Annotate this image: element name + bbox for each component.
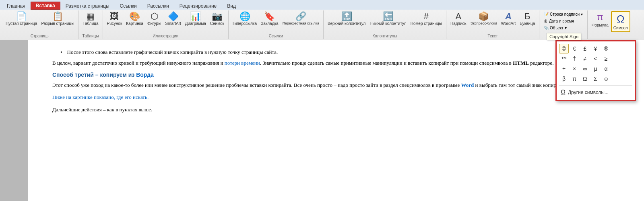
textbox-label: Надпись — [450, 21, 466, 26]
table-button[interactable]: ▦ Таблица — [81, 11, 100, 27]
symbol-empty3 — [612, 54, 621, 64]
blank-page-button[interactable]: 📄 Пустая страница — [4, 11, 39, 27]
tab-insert[interactable]: Вставка — [31, 2, 60, 10]
symbol-pound[interactable]: £ — [580, 44, 590, 53]
tab-mailings[interactable]: Рассылки — [142, 2, 174, 10]
symbol-notequal[interactable]: ≠ — [580, 54, 590, 64]
date-time-button[interactable]: 🗓 Дата и время — [542, 18, 576, 24]
bookmark-icon: 🔖 — [264, 12, 275, 21]
textbox-icon: A — [456, 12, 462, 21]
chart-label: Диаграмма — [185, 21, 206, 26]
symbol-smiley[interactable]: ☺ — [601, 74, 611, 84]
object-button[interactable]: 📎 Объект ▾ — [542, 25, 569, 31]
textbox-button[interactable]: A Надпись — [449, 11, 468, 27]
symbol-empty8 — [622, 74, 632, 84]
symbol-divider — [559, 85, 632, 86]
bookmark-button[interactable]: 🔖 Закладка — [259, 11, 280, 27]
pages-items: 📄 Пустая страница 📋 Разрыв страницы — [4, 11, 76, 34]
symbols-items: π Формула Ω Символ — [590, 11, 630, 38]
symbol-sigma[interactable]: Σ — [590, 74, 600, 84]
links-items: 🌐 Гиперссылка 🔖 Закладка 🔗 Перекрестная … — [231, 11, 321, 34]
heading-link: Ворда — [136, 72, 154, 78]
chart-icon: 📊 — [190, 12, 201, 21]
wordart-button[interactable]: A WordArt — [500, 11, 518, 27]
footer-button[interactable]: 🔚 Нижний колонтитул — [368, 11, 408, 27]
symbol-times[interactable]: × — [570, 64, 579, 74]
ribbon-group-symbols: π Формула Ω Символ — [588, 10, 633, 39]
tab-home[interactable]: Главная — [2, 2, 31, 10]
page-break-button[interactable]: 📋 Разрыв страницы — [39, 11, 76, 27]
paragraph-3: Дальнейшие действия – как в пунктах выше… — [52, 106, 620, 114]
dropcap-button[interactable]: Б Буквица — [518, 11, 537, 27]
hyperlink-button[interactable]: 🌐 Гиперссылка — [231, 11, 258, 27]
hyperlink-icon: 🌐 — [239, 12, 250, 21]
formula-button[interactable]: π Формула — [590, 11, 610, 29]
screenshot-button[interactable]: 📷 Снимок — [208, 11, 226, 27]
symbol-euro[interactable]: € — [570, 44, 579, 53]
header-icon: 🔝 — [341, 12, 352, 21]
paragraph-2: Этот способ уже поход на какое-то более … — [52, 81, 620, 90]
clip-art-label: Картинка — [126, 21, 143, 26]
header-label: Верхний колонтитул — [328, 21, 366, 26]
formula-label: Формула — [592, 23, 609, 28]
blank-page-label: Пустая страница — [6, 21, 37, 26]
symbol-yen[interactable]: ¥ — [590, 44, 600, 53]
quick-parts-icon: 📦 — [478, 12, 489, 21]
symbol-divide[interactable]: ÷ — [559, 64, 569, 74]
symbol-pi[interactable]: π — [570, 74, 579, 84]
main-area: • После этого снова вставляете графическ… — [0, 40, 644, 201]
shapes-button[interactable]: ⬡ Фигуры — [146, 11, 163, 27]
symbol-alpha[interactable]: α — [601, 64, 611, 74]
smartart-button[interactable]: 🔷 SmartArt — [163, 11, 182, 27]
para1-bold: HTML — [513, 60, 529, 66]
more-symbols-label: Другие символы... — [568, 90, 609, 95]
tab-view[interactable]: Вид — [222, 2, 241, 10]
tables-group-label: Таблицы — [83, 34, 99, 39]
symbol-omega[interactable]: Ω — [580, 74, 590, 84]
cross-reference-button[interactable]: 🔗 Перекрестная ссылка — [281, 11, 321, 27]
ribbon-group-text: A Надпись 📦 Экспресс-блоки A WordArt Б Б… — [446, 10, 539, 39]
page-break-label: Разрыв страницы — [41, 21, 74, 26]
header-button[interactable]: 🔝 Верхний колонтитул — [326, 11, 367, 27]
picture-icon: 🖼 — [110, 12, 119, 21]
symbol-less[interactable]: < — [590, 54, 600, 64]
signature-line-button[interactable]: 📝 Строка подписи ▾ — [542, 11, 585, 17]
chart-button[interactable]: 📊 Диаграмма — [184, 11, 208, 27]
symbol-trademark[interactable]: ™ — [559, 54, 569, 64]
para1-text2: . Значительно проще сделать самые примит… — [260, 60, 513, 66]
symbol-registered[interactable]: ® — [601, 44, 611, 53]
bookmark-label: Закладка — [261, 21, 278, 26]
cross-reference-icon: 🔗 — [295, 12, 306, 21]
symbol-infinity[interactable]: ∞ — [580, 64, 590, 74]
symbol-mu[interactable]: µ — [590, 64, 600, 74]
tab-references[interactable]: Ссылки — [115, 2, 142, 10]
clip-art-button[interactable]: 🎨 Картинка — [124, 11, 145, 27]
symbol-empty1 — [612, 44, 621, 53]
tab-review[interactable]: Рецензирование — [174, 2, 222, 10]
table-icon: ▦ — [86, 12, 95, 21]
symbol-button[interactable]: Ω Символ — [611, 11, 630, 32]
formula-icon: π — [597, 12, 603, 23]
symbol-empty5 — [612, 64, 621, 74]
smartart-label: SmartArt — [165, 21, 181, 26]
picture-button[interactable]: 🖼 Рисунок — [105, 11, 124, 27]
more-symbols-button[interactable]: Ω Другие символы... — [559, 87, 632, 98]
tables-items: ▦ Таблица — [81, 11, 100, 34]
symbol-geq[interactable]: ≥ — [601, 54, 611, 64]
quick-parts-button[interactable]: 📦 Экспресс-блоки — [469, 11, 499, 27]
symbol-beta[interactable]: β — [559, 74, 569, 84]
page-number-button[interactable]: # Номер страницы — [409, 11, 444, 27]
tab-page-layout[interactable]: Разметка страницы — [60, 2, 115, 10]
word-link: Word — [461, 82, 474, 88]
symbol-empty2 — [622, 44, 632, 53]
illustrations-items: 🖼 Рисунок 🎨 Картинка ⬡ Фигуры 🔷 SmartArt… — [105, 11, 226, 34]
bullet-item: • После этого снова вставляете графическ… — [52, 48, 620, 57]
wordart-icon: A — [505, 12, 512, 21]
symbol-copyright[interactable]: © Copyright Sign — [559, 44, 569, 53]
cross-reference-label: Перекрестная ссылка — [283, 21, 319, 26]
symbol-dagger[interactable]: † — [570, 54, 579, 64]
smartart-icon: 🔷 — [168, 12, 179, 21]
text-group-label: Текст — [488, 34, 498, 39]
ribbon-group-tables: ▦ Таблица Таблицы — [78, 10, 103, 39]
footer-icon: 🔚 — [383, 12, 394, 21]
